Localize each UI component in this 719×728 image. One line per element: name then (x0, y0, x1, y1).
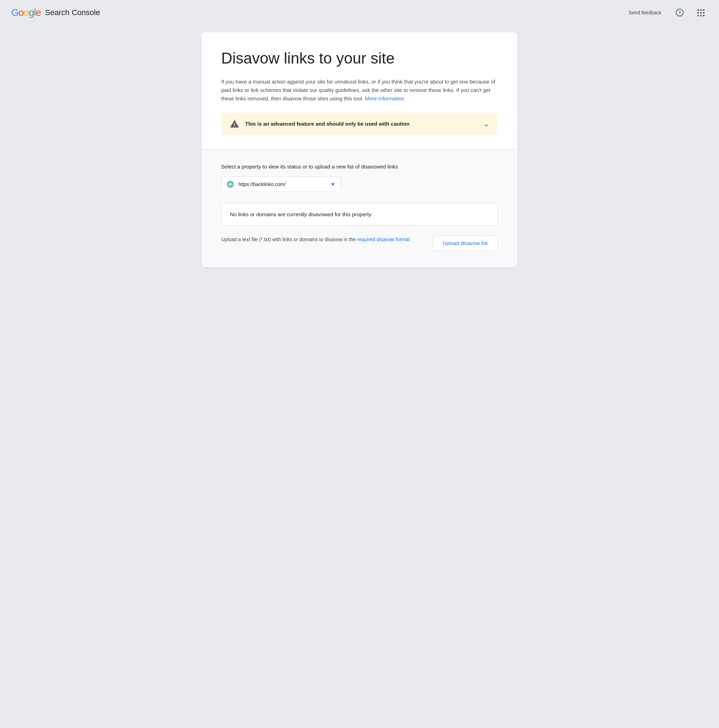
warning-triangle-icon (229, 119, 239, 129)
more-info-link[interactable]: More information (365, 95, 404, 101)
property-url-text: https://backlinko.com/ (239, 182, 326, 187)
header-right: Send feedback ? (624, 6, 708, 20)
app-title: Search Console (45, 8, 100, 17)
dot (703, 15, 705, 17)
property-circle-icon (226, 180, 234, 188)
apps-button[interactable] (694, 6, 708, 20)
warning-left: This is an advanced feature and should o… (229, 119, 409, 129)
apps-grid-icon (697, 9, 705, 17)
description-text: If you have a manual action against your… (221, 79, 496, 101)
dot (697, 9, 699, 11)
logo-o2: o (23, 7, 29, 18)
warning-box[interactable]: This is an advanced feature and should o… (221, 113, 498, 135)
card-bottom-section: Select a property to view its status or … (202, 150, 517, 268)
header-left: Google Search Console (11, 7, 100, 18)
upload-disavow-button[interactable]: Upload disavow list (433, 236, 498, 251)
svg-point-1 (228, 182, 232, 186)
upload-description-prefix: Upload a text file (*.txt) with links or… (221, 237, 356, 242)
svg-point-0 (228, 182, 234, 187)
upload-description-text: Upload a text file (*.txt) with links or… (221, 236, 410, 243)
logo-g: g (29, 7, 34, 18)
description-paragraph: If you have a manual action against your… (221, 78, 498, 103)
property-select[interactable]: https://backlinko.com/ ▼ (221, 177, 341, 192)
dropdown-arrow-icon: ▼ (330, 182, 335, 187)
upload-section: Upload a text file (*.txt) with links or… (221, 236, 498, 251)
dot (697, 15, 699, 17)
logo-o1: o (18, 7, 24, 18)
google-logo: Google (11, 7, 41, 18)
status-message: No links or domains are currently disavo… (230, 211, 372, 217)
page-title: Disavow links to your site (221, 49, 498, 68)
select-property-label: Select a property to view its status or … (221, 164, 498, 170)
card-top-section: Disavow links to your site If you have a… (202, 32, 517, 149)
help-icon: ? (676, 9, 684, 17)
dot (700, 9, 702, 11)
send-feedback-button[interactable]: Send feedback (624, 8, 665, 18)
main-container: Disavow links to your site If you have a… (194, 25, 525, 281)
dot (700, 15, 702, 17)
help-button[interactable]: ? (673, 6, 687, 20)
logo-e: e (36, 7, 41, 18)
dot (700, 12, 702, 14)
logo-G: G (11, 7, 18, 18)
chevron-down-icon: ⌄ (483, 119, 490, 128)
required-format-link[interactable]: required disavow format (357, 237, 410, 242)
warning-text: This is an advanced feature and should o… (245, 121, 409, 127)
dot (703, 9, 705, 11)
header: Google Search Console Send feedback ? (0, 0, 719, 25)
status-box: No links or domains are currently disavo… (221, 203, 498, 226)
main-card: Disavow links to your site If you have a… (202, 32, 517, 268)
dot (697, 12, 699, 14)
dot (703, 12, 705, 14)
